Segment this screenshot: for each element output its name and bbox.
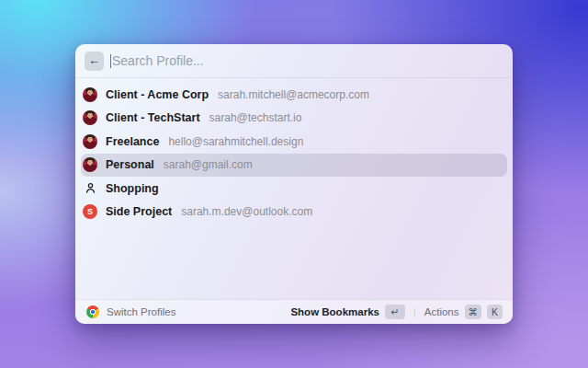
profile-name: Side Project <box>106 205 172 218</box>
show-bookmarks-label: Show Bookmarks <box>290 306 379 317</box>
profile-switcher-window: ← Client - Acme Corp sarah.mitchell@acme… <box>75 44 513 324</box>
profile-name: Client - Acme Corp <box>106 88 209 101</box>
desktop-background: ← Client - Acme Corp sarah.mitchell@acme… <box>0 0 588 368</box>
profile-name: Personal <box>106 158 154 171</box>
avatar-photo-icon <box>83 157 97 172</box>
profile-name: Freelance <box>106 135 159 148</box>
profile-row[interactable]: Shopping <box>81 177 507 201</box>
profile-list: Client - Acme Corp sarah.mitchell@acmeco… <box>81 83 507 224</box>
avatar-photo-icon <box>83 87 97 102</box>
footer-divider: | <box>413 306 416 317</box>
profile-email: sarah@techstart.io <box>209 111 302 124</box>
profile-email: hello@sarahmitchell.design <box>168 135 303 148</box>
avatar-photo-icon <box>83 134 97 149</box>
profile-row[interactable]: S Side Project sarah.m.dev@outlook.com <box>81 201 507 224</box>
actions-menu-action[interactable]: Actions ⌘ K <box>424 305 503 319</box>
search-input[interactable] <box>112 52 502 70</box>
profile-name: Shopping <box>106 182 159 195</box>
profile-email: sarah@gmail.com <box>164 158 253 171</box>
back-button[interactable]: ← <box>85 52 104 71</box>
chrome-icon <box>86 305 99 318</box>
command-key-icon: ⌘ <box>465 305 482 319</box>
profile-email: sarah.m.dev@outlook.com <box>181 205 312 218</box>
profile-row[interactable]: Client - Acme Corp sarah.mitchell@acmeco… <box>81 83 507 107</box>
footer-bar: Switch Profiles Show Bookmarks ↵ | Actio… <box>75 299 513 324</box>
return-key-icon: ↵ <box>385 305 405 319</box>
profile-row[interactable]: Client - TechStart sarah@techstart.io <box>81 107 507 131</box>
switch-profiles-label: Switch Profiles <box>107 306 175 317</box>
actions-label: Actions <box>424 306 459 317</box>
profile-email: sarah.mitchell@acmecorp.com <box>218 88 369 101</box>
search-bar: ← <box>75 44 513 78</box>
letter-badge-icon: S <box>83 204 97 219</box>
profile-row[interactable]: Freelance hello@sarahmitchell.design <box>81 130 507 154</box>
back-arrow-icon: ← <box>88 52 100 70</box>
avatar-photo-icon <box>83 110 97 125</box>
person-outline-icon <box>83 181 97 196</box>
profile-name: Client - TechStart <box>106 111 200 124</box>
profile-row[interactable]: Personal sarah@gmail.com <box>81 154 507 178</box>
show-bookmarks-action[interactable]: Show Bookmarks ↵ <box>290 305 405 319</box>
text-caret <box>110 54 111 68</box>
k-key-icon: K <box>487 305 503 319</box>
